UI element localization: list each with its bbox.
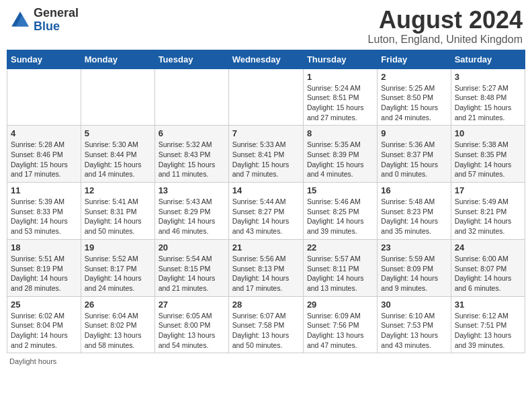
calendar-cell: 15Sunrise: 5:46 AM Sunset: 8:25 PM Dayli… <box>303 183 377 240</box>
day-info: Sunrise: 6:00 AM Sunset: 8:07 PM Dayligh… <box>455 254 521 293</box>
day-number: 24 <box>455 242 521 253</box>
day-info: Sunrise: 6:05 AM Sunset: 8:00 PM Dayligh… <box>159 311 225 351</box>
day-number: 18 <box>11 242 77 253</box>
day-number: 3 <box>455 72 521 82</box>
calendar-cell: 1Sunrise: 5:24 AM Sunset: 8:51 PM Daylig… <box>303 68 377 126</box>
day-info: Sunrise: 5:27 AM Sunset: 8:48 PM Dayligh… <box>455 83 521 123</box>
location-text: Luton, England, United Kingdom <box>368 34 523 46</box>
calendar-cell: 16Sunrise: 5:48 AM Sunset: 8:23 PM Dayli… <box>378 183 451 240</box>
calendar-cell: 2Sunrise: 5:25 AM Sunset: 8:50 PM Daylig… <box>378 68 451 126</box>
day-number: 14 <box>232 185 300 195</box>
day-info: Sunrise: 6:07 AM Sunset: 7:58 PM Dayligh… <box>232 311 300 351</box>
day-info: Sunrise: 6:12 AM Sunset: 7:51 PM Dayligh… <box>455 311 521 351</box>
day-info: Sunrise: 5:41 AM Sunset: 8:31 PM Dayligh… <box>85 197 151 236</box>
page-header: General Blue August 2024 Luton, England,… <box>7 7 525 46</box>
calendar-week-row: 1Sunrise: 5:24 AM Sunset: 8:51 PM Daylig… <box>7 68 525 126</box>
day-number: 2 <box>381 72 447 82</box>
day-number: 17 <box>455 185 521 195</box>
calendar-header-saturday: Saturday <box>451 50 525 68</box>
day-info: Sunrise: 5:32 AM Sunset: 8:43 PM Dayligh… <box>159 140 225 179</box>
day-number: 10 <box>455 128 521 138</box>
calendar-header-sunday: Sunday <box>7 50 81 68</box>
calendar-week-row: 4Sunrise: 5:28 AM Sunset: 8:46 PM Daylig… <box>7 126 525 183</box>
logo-blue-text: Blue <box>34 20 79 34</box>
calendar-header-thursday: Thursday <box>303 50 377 68</box>
day-info: Sunrise: 5:39 AM Sunset: 8:33 PM Dayligh… <box>11 197 77 236</box>
day-number: 16 <box>381 185 447 195</box>
calendar-cell: 9Sunrise: 5:36 AM Sunset: 8:37 PM Daylig… <box>378 126 451 183</box>
day-number: 6 <box>159 128 225 138</box>
day-info: Sunrise: 5:25 AM Sunset: 8:50 PM Dayligh… <box>381 83 447 123</box>
calendar-cell: 5Sunrise: 5:30 AM Sunset: 8:44 PM Daylig… <box>81 126 154 183</box>
calendar-cell: 31Sunrise: 6:12 AM Sunset: 7:51 PM Dayli… <box>451 296 525 353</box>
calendar-cell <box>81 68 154 126</box>
calendar-week-row: 11Sunrise: 5:39 AM Sunset: 8:33 PM Dayli… <box>7 183 525 240</box>
day-number: 27 <box>159 300 225 310</box>
logo-icon <box>9 9 31 31</box>
day-info: Sunrise: 5:59 AM Sunset: 8:09 PM Dayligh… <box>381 254 447 293</box>
calendar-cell: 13Sunrise: 5:43 AM Sunset: 8:29 PM Dayli… <box>154 183 228 240</box>
logo-general-text: General <box>34 7 79 20</box>
day-info: Sunrise: 5:24 AM Sunset: 8:51 PM Dayligh… <box>307 83 373 123</box>
day-number: 13 <box>159 185 225 195</box>
day-info: Sunrise: 5:33 AM Sunset: 8:41 PM Dayligh… <box>232 140 300 179</box>
day-number: 25 <box>11 300 77 310</box>
calendar-table: SundayMondayTuesdayWednesdayThursdayFrid… <box>7 50 525 354</box>
day-info: Sunrise: 5:52 AM Sunset: 8:17 PM Dayligh… <box>85 254 151 293</box>
day-info: Sunrise: 6:04 AM Sunset: 8:02 PM Dayligh… <box>85 311 151 351</box>
day-number: 8 <box>307 128 373 138</box>
day-info: Sunrise: 5:56 AM Sunset: 8:13 PM Dayligh… <box>232 254 300 293</box>
day-number: 22 <box>307 242 373 253</box>
day-info: Sunrise: 6:09 AM Sunset: 7:56 PM Dayligh… <box>307 311 373 351</box>
day-info: Sunrise: 5:48 AM Sunset: 8:23 PM Dayligh… <box>381 197 447 236</box>
day-info: Sunrise: 5:35 AM Sunset: 8:39 PM Dayligh… <box>307 140 373 179</box>
calendar-cell: 11Sunrise: 5:39 AM Sunset: 8:33 PM Dayli… <box>7 183 81 240</box>
day-info: Sunrise: 5:49 AM Sunset: 8:21 PM Dayligh… <box>455 197 521 236</box>
calendar-cell: 24Sunrise: 6:00 AM Sunset: 8:07 PM Dayli… <box>451 239 525 296</box>
title-block: August 2024 Luton, England, United Kingd… <box>368 7 523 46</box>
calendar-cell <box>7 68 81 126</box>
calendar-cell: 22Sunrise: 5:57 AM Sunset: 8:11 PM Dayli… <box>303 239 377 296</box>
calendar-cell: 26Sunrise: 6:04 AM Sunset: 8:02 PM Dayli… <box>81 296 154 353</box>
calendar-week-row: 25Sunrise: 6:02 AM Sunset: 8:04 PM Dayli… <box>7 296 525 353</box>
day-info: Sunrise: 5:51 AM Sunset: 8:19 PM Dayligh… <box>11 254 77 293</box>
day-number: 5 <box>85 128 151 138</box>
calendar-cell: 30Sunrise: 6:10 AM Sunset: 7:53 PM Dayli… <box>378 296 451 353</box>
day-number: 12 <box>85 185 151 195</box>
day-info: Sunrise: 5:36 AM Sunset: 8:37 PM Dayligh… <box>381 140 447 179</box>
day-number: 31 <box>455 300 521 310</box>
day-number: 4 <box>11 128 77 138</box>
calendar-cell: 21Sunrise: 5:56 AM Sunset: 8:13 PM Dayli… <box>228 239 303 296</box>
day-info: Sunrise: 5:30 AM Sunset: 8:44 PM Dayligh… <box>85 140 151 179</box>
day-number: 30 <box>381 300 447 310</box>
day-number: 26 <box>85 300 151 310</box>
day-info: Sunrise: 5:46 AM Sunset: 8:25 PM Dayligh… <box>307 197 373 236</box>
calendar-cell: 10Sunrise: 5:38 AM Sunset: 8:35 PM Dayli… <box>451 126 525 183</box>
calendar-header-wednesday: Wednesday <box>228 50 303 68</box>
day-number: 7 <box>232 128 300 138</box>
day-number: 19 <box>85 242 151 253</box>
calendar-cell: 29Sunrise: 6:09 AM Sunset: 7:56 PM Dayli… <box>303 296 377 353</box>
day-info: Sunrise: 6:02 AM Sunset: 8:04 PM Dayligh… <box>11 311 77 351</box>
day-info: Sunrise: 5:57 AM Sunset: 8:11 PM Dayligh… <box>307 254 373 293</box>
day-number: 28 <box>232 300 300 310</box>
calendar-header-tuesday: Tuesday <box>154 50 228 68</box>
day-number: 9 <box>381 128 447 138</box>
calendar-header-monday: Monday <box>81 50 154 68</box>
calendar-cell: 19Sunrise: 5:52 AM Sunset: 8:17 PM Dayli… <box>81 239 154 296</box>
calendar-cell: 28Sunrise: 6:07 AM Sunset: 7:58 PM Dayli… <box>228 296 303 353</box>
calendar-header-friday: Friday <box>378 50 451 68</box>
calendar-cell: 23Sunrise: 5:59 AM Sunset: 8:09 PM Dayli… <box>378 239 451 296</box>
calendar-cell: 12Sunrise: 5:41 AM Sunset: 8:31 PM Dayli… <box>81 183 154 240</box>
logo: General Blue <box>9 7 79 34</box>
day-info: Sunrise: 5:54 AM Sunset: 8:15 PM Dayligh… <box>159 254 225 293</box>
calendar-cell: 27Sunrise: 6:05 AM Sunset: 8:00 PM Dayli… <box>154 296 228 353</box>
calendar-cell <box>154 68 228 126</box>
day-info: Sunrise: 5:28 AM Sunset: 8:46 PM Dayligh… <box>11 140 77 179</box>
calendar-cell <box>228 68 303 126</box>
calendar-header-row: SundayMondayTuesdayWednesdayThursdayFrid… <box>7 50 525 68</box>
day-number: 21 <box>232 242 300 253</box>
calendar-cell: 4Sunrise: 5:28 AM Sunset: 8:46 PM Daylig… <box>7 126 81 183</box>
logo-text: General Blue <box>34 7 79 34</box>
calendar-cell: 18Sunrise: 5:51 AM Sunset: 8:19 PM Dayli… <box>7 239 81 296</box>
